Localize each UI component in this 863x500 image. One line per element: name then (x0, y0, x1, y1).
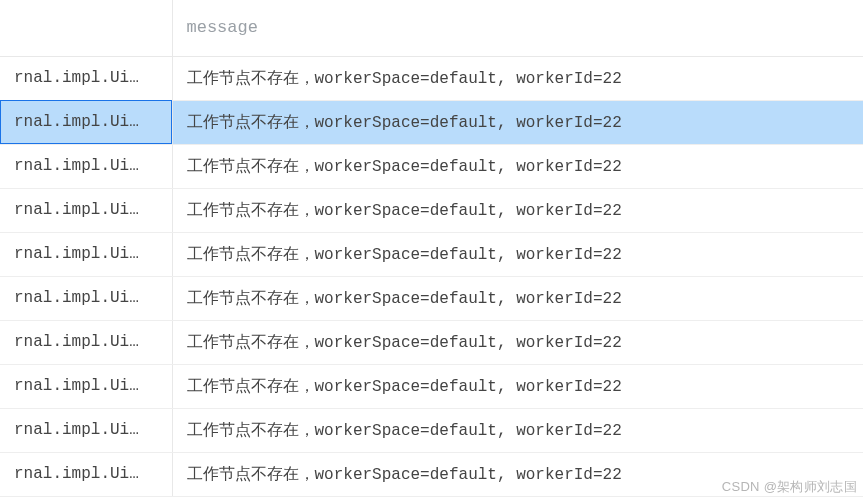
table-row[interactable]: rnal.impl.Ui…工作节点不存在，workerSpace=default… (0, 408, 863, 452)
cell-class: rnal.impl.Ui… (0, 364, 172, 408)
cell-class: rnal.impl.Ui… (0, 408, 172, 452)
table-row[interactable]: rnal.impl.Ui…工作节点不存在，workerSpace=default… (0, 100, 863, 144)
table-row[interactable]: rnal.impl.Ui…工作节点不存在，workerSpace=default… (0, 320, 863, 364)
cell-message: 工作节点不存在，workerSpace=default, workerId=22 (172, 144, 863, 188)
cell-class: rnal.impl.Ui… (0, 232, 172, 276)
cell-message: 工作节点不存在，workerSpace=default, workerId=22 (172, 408, 863, 452)
table-row[interactable]: rnal.impl.Ui…工作节点不存在，workerSpace=default… (0, 144, 863, 188)
table-row[interactable]: rnal.impl.Ui…工作节点不存在，workerSpace=default… (0, 188, 863, 232)
table-header-row: message (0, 0, 863, 56)
cell-message: 工作节点不存在，workerSpace=default, workerId=22 (172, 276, 863, 320)
table-row[interactable]: rnal.impl.Ui…工作节点不存在，workerSpace=default… (0, 276, 863, 320)
table-header-message[interactable]: message (172, 0, 863, 56)
cell-class: rnal.impl.Ui… (0, 452, 172, 496)
cell-class: rnal.impl.Ui… (0, 56, 172, 100)
log-table: message rnal.impl.Ui…工作节点不存在，workerSpace… (0, 0, 863, 497)
cell-class: rnal.impl.Ui… (0, 100, 172, 144)
table-row[interactable]: rnal.impl.Ui…工作节点不存在，workerSpace=default… (0, 364, 863, 408)
cell-message: 工作节点不存在，workerSpace=default, workerId=22 (172, 56, 863, 100)
table-row[interactable]: rnal.impl.Ui…工作节点不存在，workerSpace=default… (0, 56, 863, 100)
cell-class: rnal.impl.Ui… (0, 276, 172, 320)
table-header-class[interactable] (0, 0, 172, 56)
cell-message: 工作节点不存在，workerSpace=default, workerId=22 (172, 320, 863, 364)
cell-message: 工作节点不存在，workerSpace=default, workerId=22 (172, 100, 863, 144)
table-row[interactable]: rnal.impl.Ui…工作节点不存在，workerSpace=default… (0, 232, 863, 276)
watermark-text: CSDN @架构师刘志国 (722, 478, 857, 496)
cell-message: 工作节点不存在，workerSpace=default, workerId=22 (172, 232, 863, 276)
cell-class: rnal.impl.Ui… (0, 144, 172, 188)
cell-class: rnal.impl.Ui… (0, 188, 172, 232)
cell-class: rnal.impl.Ui… (0, 320, 172, 364)
cell-message: 工作节点不存在，workerSpace=default, workerId=22 (172, 188, 863, 232)
cell-message: 工作节点不存在，workerSpace=default, workerId=22 (172, 364, 863, 408)
